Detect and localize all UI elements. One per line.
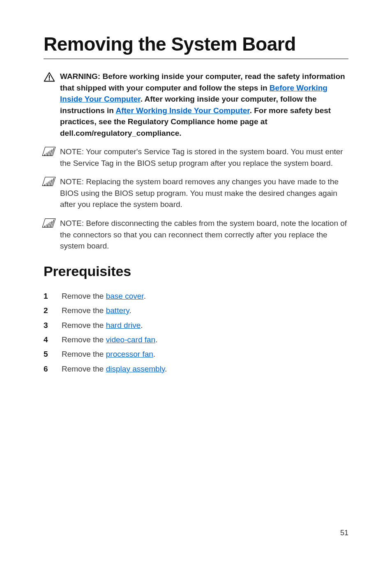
- note-icon: [42, 147, 55, 156]
- step-post: .: [165, 365, 167, 373]
- note-text-3: NOTE: Before disconnecting the cables fr…: [60, 218, 348, 252]
- step-pre: Remove the: [62, 292, 106, 300]
- warning-triangle-icon: [44, 72, 55, 85]
- warning-prefix: WARNING:: [60, 72, 102, 81]
- note-block-2: NOTE: Replacing the system board removes…: [44, 176, 348, 210]
- note-icon: [42, 218, 55, 228]
- step-link-base-cover[interactable]: base cover: [106, 292, 144, 300]
- warning-block: WARNING: Before working inside your comp…: [44, 71, 348, 139]
- step-pre: Remove the: [62, 306, 106, 315]
- step-post: .: [155, 335, 157, 344]
- note-block-1: NOTE: Your computer's Service Tag is sto…: [44, 146, 348, 169]
- step-pre: Remove the: [62, 365, 106, 373]
- list-item: Remove the battery.: [44, 304, 348, 316]
- warning-link-after[interactable]: After Working Inside Your Computer: [115, 106, 249, 115]
- note-text-2: NOTE: Replacing the system board removes…: [60, 176, 348, 210]
- note-body-2: Replacing the system board removes any c…: [60, 177, 339, 209]
- svg-point-2: [49, 79, 50, 81]
- list-item: Remove the video-card fan.: [44, 334, 348, 346]
- prerequisites-list: Remove the base cover. Remove the batter…: [44, 290, 348, 375]
- note-prefix-2: NOTE:: [60, 177, 86, 186]
- note-prefix-1: NOTE:: [60, 147, 86, 156]
- note-block-3: NOTE: Before disconnecting the cables fr…: [44, 218, 348, 252]
- page-number: 51: [340, 529, 348, 537]
- step-post: .: [129, 306, 131, 315]
- list-item: Remove the base cover.: [44, 290, 348, 302]
- step-link-hard-drive[interactable]: hard drive: [106, 321, 141, 330]
- note-prefix-3: NOTE:: [60, 219, 86, 228]
- step-link-processor-fan[interactable]: processor fan: [106, 350, 153, 358]
- section-heading-prerequisites: Prerequisites: [44, 263, 348, 279]
- step-post: .: [153, 350, 155, 358]
- note-body-3: Before disconnecting the cables from the…: [60, 219, 347, 250]
- step-pre: Remove the: [62, 335, 106, 344]
- list-item: Remove the display assembly.: [44, 363, 348, 375]
- step-link-video-card-fan[interactable]: video-card fan: [106, 335, 155, 344]
- step-link-battery[interactable]: battery: [106, 306, 129, 315]
- step-post: .: [144, 292, 146, 300]
- note-icon: [42, 177, 55, 186]
- warning-text: WARNING: Before working inside your comp…: [60, 71, 348, 139]
- step-link-display-assembly[interactable]: display assembly: [106, 365, 165, 373]
- step-pre: Remove the: [62, 321, 106, 330]
- step-pre: Remove the: [62, 350, 106, 358]
- list-item: Remove the hard drive.: [44, 319, 348, 331]
- step-post: .: [141, 321, 143, 330]
- page-title: Removing the System Board: [44, 33, 348, 59]
- note-text-1: NOTE: Your computer's Service Tag is sto…: [60, 146, 348, 169]
- list-item: Remove the processor fan.: [44, 348, 348, 360]
- note-body-1: Your computer's Service Tag is stored in…: [60, 147, 343, 167]
